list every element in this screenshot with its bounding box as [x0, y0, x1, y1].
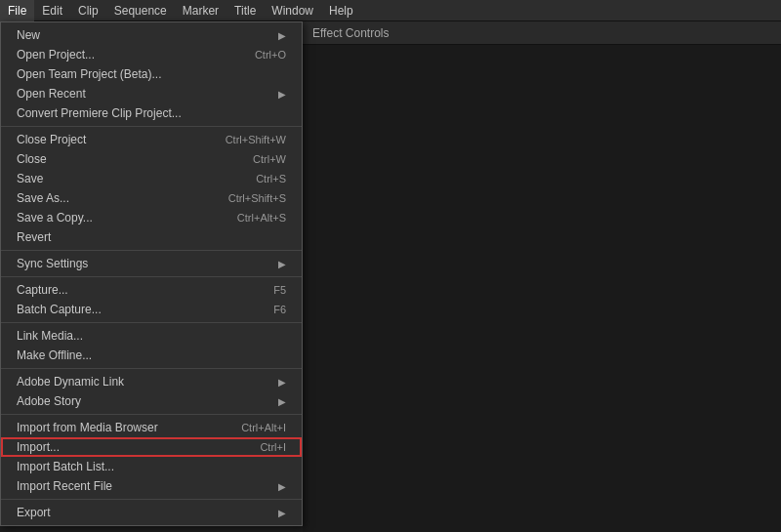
shortcut-save: Ctrl+S: [256, 173, 286, 184]
shortcut-batch-capture: F6: [273, 304, 286, 315]
menu-title[interactable]: Title: [226, 0, 264, 21]
effect-controls-content: [303, 45, 781, 532]
menu-item-adobe-story[interactable]: Adobe Story ▶: [1, 391, 302, 411]
submenu-arrow-sync: ▶: [278, 259, 286, 269]
menu-item-close-project[interactable]: Close Project Ctrl+Shift+W: [1, 130, 302, 149]
menu-help[interactable]: Help: [321, 0, 361, 21]
menu-item-batch-capture-label: Batch Capture...: [17, 303, 102, 316]
menu-item-capture-label: Capture...: [17, 283, 68, 297]
effect-controls-title: Effect Controls: [312, 26, 389, 40]
menu-item-open-project-label: Open Project...: [17, 48, 95, 61]
menu-item-save-as-label: Save As...: [17, 191, 69, 205]
menu-item-save[interactable]: Save Ctrl+S: [1, 169, 302, 188]
submenu-arrow-story: ▶: [278, 396, 286, 407]
separator-6: [1, 414, 302, 415]
menu-item-save-label: Save: [17, 172, 43, 185]
menubar: File Edit Clip Sequence Marker Title Win…: [0, 0, 781, 21]
menu-item-save-as[interactable]: Save As... Ctrl+Shift+S: [1, 188, 302, 208]
menu-item-import-batch-list[interactable]: Import Batch List...: [1, 457, 302, 476]
separator-1: [1, 126, 302, 127]
menu-item-save-copy-label: Save a Copy...: [17, 211, 93, 225]
menu-item-make-offline-label: Make Offline...: [17, 348, 92, 362]
menu-item-sync-settings[interactable]: Sync Settings ▶: [1, 254, 302, 273]
submenu-arrow-export: ▶: [278, 508, 286, 518]
menu-item-import-recent-file-label: Import Recent File: [17, 479, 112, 493]
menu-item-import-label: Import...: [17, 440, 60, 454]
shortcut-open-project: Ctrl+O: [255, 49, 286, 61]
main-area: New ▶ Open Project... Ctrl+O Open Team P…: [0, 21, 781, 532]
menu-item-batch-capture[interactable]: Batch Capture... F6: [1, 300, 302, 319]
shortcut-close-project: Ctrl+Shift+W: [226, 134, 286, 145]
menu-item-capture[interactable]: Capture... F5: [1, 280, 302, 300]
separator-2: [1, 250, 302, 251]
menu-item-adobe-dynamic-link[interactable]: Adobe Dynamic Link ▶: [1, 372, 302, 391]
menu-item-import-from-media-browser[interactable]: Import from Media Browser Ctrl+Alt+I: [1, 418, 302, 437]
shortcut-save-as: Ctrl+Shift+S: [228, 192, 286, 204]
menu-item-open-team-label: Open Team Project (Beta)...: [17, 67, 162, 81]
shortcut-close: Ctrl+W: [253, 153, 286, 165]
menu-item-import-recent-file[interactable]: Import Recent File ▶: [1, 476, 302, 496]
menu-file[interactable]: File: [0, 0, 34, 21]
menu-item-close-project-label: Close Project: [17, 133, 86, 146]
menu-item-open-recent-label: Open Recent: [17, 87, 86, 101]
menu-item-convert-label: Convert Premiere Clip Project...: [17, 106, 182, 120]
menu-item-import[interactable]: Import... Ctrl+I: [1, 437, 302, 457]
submenu-arrow-import-recent: ▶: [278, 481, 286, 492]
submenu-arrow: ▶: [278, 30, 286, 41]
shortcut-import: Ctrl+I: [260, 441, 286, 453]
menu-clip[interactable]: Clip: [70, 0, 106, 21]
submenu-arrow-dynamic-link: ▶: [278, 377, 286, 388]
menu-item-adobe-story-label: Adobe Story: [17, 394, 81, 408]
menu-item-sync-settings-label: Sync Settings: [17, 257, 88, 270]
menu-item-close-label: Close: [17, 152, 47, 166]
shortcut-import-media-browser: Ctrl+Alt+I: [241, 422, 286, 433]
menu-marker[interactable]: Marker: [175, 0, 226, 21]
menu-item-open-project[interactable]: Open Project... Ctrl+O: [1, 45, 302, 64]
menu-item-export[interactable]: Export ▶: [1, 503, 302, 522]
menu-window[interactable]: Window: [264, 0, 321, 21]
file-dropdown-menu: New ▶ Open Project... Ctrl+O Open Team P…: [0, 21, 303, 526]
menu-item-open-team[interactable]: Open Team Project (Beta)...: [1, 64, 302, 84]
menu-item-revert[interactable]: Revert: [1, 227, 302, 247]
right-panel: Effect Controls: [303, 21, 781, 532]
shortcut-capture: F5: [273, 284, 286, 296]
menu-edit[interactable]: Edit: [34, 0, 70, 21]
effect-controls-header: Effect Controls: [303, 21, 781, 45]
shortcut-save-copy: Ctrl+Alt+S: [237, 212, 286, 224]
left-panel: New ▶ Open Project... Ctrl+O Open Team P…: [0, 21, 303, 532]
menu-item-import-media-browser-label: Import from Media Browser: [17, 421, 158, 434]
menu-item-save-copy[interactable]: Save a Copy... Ctrl+Alt+S: [1, 208, 302, 227]
menu-item-export-label: Export: [17, 506, 51, 519]
menu-item-new-label: New: [17, 28, 40, 42]
menu-item-revert-label: Revert: [17, 230, 51, 244]
menu-sequence[interactable]: Sequence: [106, 0, 175, 21]
submenu-arrow-recent: ▶: [278, 89, 286, 100]
menu-item-open-recent[interactable]: Open Recent ▶: [1, 84, 302, 103]
menu-item-import-batch-list-label: Import Batch List...: [17, 460, 114, 473]
separator-4: [1, 322, 302, 323]
menu-item-close[interactable]: Close Ctrl+W: [1, 149, 302, 169]
separator-7: [1, 499, 302, 500]
menu-item-convert[interactable]: Convert Premiere Clip Project...: [1, 103, 302, 123]
menu-item-link-media-label: Link Media...: [17, 329, 83, 343]
menu-item-new[interactable]: New ▶: [1, 25, 302, 45]
menu-item-adobe-dynamic-link-label: Adobe Dynamic Link: [17, 375, 124, 389]
menu-item-make-offline[interactable]: Make Offline...: [1, 346, 302, 365]
separator-3: [1, 276, 302, 277]
menu-item-link-media[interactable]: Link Media...: [1, 326, 302, 346]
separator-5: [1, 368, 302, 369]
